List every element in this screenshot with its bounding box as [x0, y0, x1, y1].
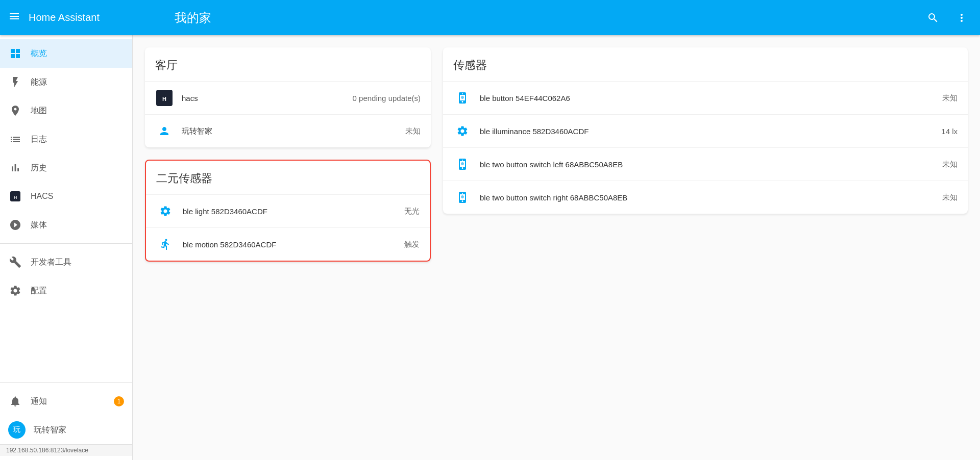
header-icons: [923, 8, 972, 28]
ble-two-button-left-value: 未知: [942, 160, 958, 169]
header-left: Home Assistant: [8, 10, 170, 25]
wrench-icon: [8, 255, 22, 269]
user-avatar: 玩: [8, 421, 26, 439]
hacs-card-icon: H: [155, 89, 174, 107]
svg-text:H: H: [14, 195, 17, 200]
hacs-item-value: 0 pending update(s): [353, 94, 421, 103]
menu-icon[interactable]: [8, 10, 20, 25]
ble-two-button-right-name: ble two button switch right 68ABBC50A8EB: [480, 193, 934, 202]
grid-icon: [8, 46, 22, 61]
wanzhi-item-value: 未知: [405, 126, 421, 136]
card-item-hacs[interactable]: H hacs 0 pending update(s): [145, 81, 431, 114]
ble-switch-left-icon: [453, 155, 472, 173]
gear-card-icon: [156, 202, 175, 220]
sidebar-label-media: 媒体: [31, 220, 47, 231]
sidebar-label-map: 地图: [31, 106, 47, 116]
svg-text:H: H: [162, 96, 166, 102]
sensors-title: 传感器: [443, 47, 968, 81]
sidebar-item-overview[interactable]: 概览: [0, 39, 132, 68]
main-layout: 概览 能源 地图: [0, 35, 980, 460]
ble-switch-right-icon: [453, 188, 472, 207]
url-bar: 192.168.50.186:8123/lovelace: [0, 444, 132, 456]
illuminance-icon: [453, 122, 472, 140]
search-button[interactable]: [923, 8, 943, 28]
page-title: 我的家: [170, 10, 923, 26]
sidebar-label-user: 玩转智家: [34, 425, 66, 436]
ble-button-name: ble button 54EF44C062A6: [480, 94, 934, 103]
living-room-title: 客厅: [145, 47, 431, 81]
binary-sensors-card: 二元传感器 ble light 582D3460ACDF 无光: [145, 160, 431, 262]
sidebar-item-notifications[interactable]: 通知 1: [0, 387, 132, 416]
app-title: Home Assistant: [29, 12, 100, 23]
sidebar-divider: [0, 243, 132, 244]
card-item-ble-light[interactable]: ble light 582D3460ACDF 无光: [146, 194, 430, 227]
ble-two-button-left-name: ble two button switch left 68ABBC50A8EB: [480, 160, 934, 169]
ble-button-value: 未知: [942, 93, 958, 103]
right-column: 传感器 ble button 54EF44C062A6 未知: [443, 47, 968, 214]
sidebar-item-history[interactable]: 历史: [0, 154, 132, 182]
sidebar-label-overview: 概览: [31, 48, 47, 59]
card-item-ble-button[interactable]: ble button 54EF44C062A6 未知: [443, 81, 968, 114]
sidebar-item-hacs[interactable]: H HACS: [0, 182, 132, 211]
sidebar-label-energy: 能源: [31, 77, 47, 88]
sidebar-label-notifications: 通知: [31, 396, 47, 407]
ble-light-value: 无光: [404, 207, 420, 216]
sidebar-item-logbook[interactable]: 日志: [0, 125, 132, 154]
ble-button-icon: [453, 89, 472, 107]
more-options-button[interactable]: [951, 8, 972, 28]
ble-motion-value: 触发: [404, 240, 420, 249]
list-icon: [8, 132, 22, 146]
person-pin-icon: [8, 104, 22, 118]
sidebar-item-config[interactable]: 配置: [0, 276, 132, 305]
card-item-ble-motion[interactable]: ble motion 582D3460ACDF 触发: [146, 227, 430, 261]
card-item-ble-two-button-left[interactable]: ble two button switch left 68ABBC50A8EB …: [443, 147, 968, 181]
sidebar-item-user[interactable]: 玩 玩转智家: [0, 416, 132, 444]
sidebar-item-energy[interactable]: 能源: [0, 68, 132, 96]
notification-badge: 1: [114, 396, 124, 406]
sidebar-item-map[interactable]: 地图: [0, 96, 132, 125]
sidebar: 概览 能源 地图: [0, 35, 133, 460]
binary-sensors-title: 二元传感器: [146, 161, 430, 194]
card-item-ble-illuminance[interactable]: ble illuminance 582D3460ACDF 14 lx: [443, 114, 968, 147]
sidebar-label-config: 配置: [31, 286, 47, 296]
person-icon: [155, 122, 174, 140]
sidebar-label-hacs: HACS: [31, 192, 53, 201]
living-room-card: 客厅 H hacs 0 pending update: [145, 47, 431, 147]
sidebar-item-media[interactable]: 媒体: [0, 211, 132, 239]
sidebar-item-developer[interactable]: 开发者工具: [0, 248, 132, 276]
hacs-sidebar-icon: H: [8, 189, 22, 203]
bar-chart-icon: [8, 161, 22, 175]
ble-two-button-right-value: 未知: [942, 193, 958, 202]
header: Home Assistant 我的家: [0, 0, 980, 35]
cards-row: 客厅 H hacs 0 pending update: [145, 47, 968, 262]
hacs-item-name: hacs: [182, 94, 345, 103]
sidebar-label-developer: 开发者工具: [31, 257, 71, 268]
card-item-ble-two-button-right[interactable]: ble two button switch right 68ABBC50A8EB…: [443, 181, 968, 214]
ble-illuminance-value: 14 lx: [941, 127, 958, 136]
bell-icon: [8, 394, 22, 408]
ble-light-name: ble light 582D3460ACDF: [183, 207, 396, 216]
motion-icon: [156, 235, 175, 253]
sensors-card: 传感器 ble button 54EF44C062A6 未知: [443, 47, 968, 214]
card-item-wanzhi[interactable]: 玩转智家 未知: [145, 114, 431, 147]
wanzhi-item-name: 玩转智家: [182, 126, 397, 136]
sidebar-bottom: 通知 1 玩 玩转智家 192.168.50.186:8123/lovelace: [0, 382, 132, 460]
ble-motion-name: ble motion 582D3460ACDF: [183, 240, 396, 249]
gear-sidebar-icon: [8, 284, 22, 298]
ble-illuminance-name: ble illuminance 582D3460ACDF: [480, 127, 933, 136]
left-column: 客厅 H hacs 0 pending update: [145, 47, 431, 262]
sidebar-nav: 概览 能源 地图: [0, 35, 132, 382]
play-circle-icon: [8, 218, 22, 232]
sidebar-label-history: 历史: [31, 163, 47, 173]
bolt-icon: [8, 75, 22, 89]
content-area: 客厅 H hacs 0 pending update: [133, 35, 980, 460]
sidebar-label-logbook: 日志: [31, 134, 47, 145]
